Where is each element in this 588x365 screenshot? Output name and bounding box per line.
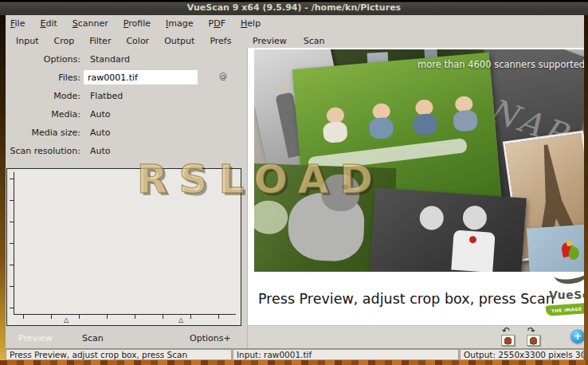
logo-tagline-brush: THE IMAGE IS IN xyxy=(546,301,584,316)
menu-bar: File Edit Scanner Profile Image PDF Help xyxy=(6,15,584,32)
logo-tagline: THE IMAGE IS IN xyxy=(551,305,584,313)
settings-panel: Options: Standard Files: @ Mode: Flatbed… xyxy=(6,50,247,160)
mode-label: Mode: xyxy=(6,91,80,101)
preview-pane: SNAP xyxy=(247,48,584,325)
scanner-count-banner: more than 4600 scanners supported xyxy=(417,59,584,70)
tab-crop[interactable]: Crop xyxy=(52,35,76,47)
logo-swoosh xyxy=(552,261,584,286)
options-value[interactable]: Standard xyxy=(80,54,130,65)
tab-preview[interactable]: Preview xyxy=(251,35,288,47)
tab-prefs[interactable]: Prefs xyxy=(208,35,233,47)
files-input[interactable] xyxy=(84,70,198,84)
tab-filter[interactable]: Filter xyxy=(88,35,112,47)
tab-scan[interactable]: Scan xyxy=(302,35,327,47)
menu-help[interactable]: Help xyxy=(238,17,263,30)
scan-resolution-label: Scan resolution: xyxy=(6,146,80,156)
options-plus-button[interactable]: Options+ xyxy=(187,332,233,344)
rotate-left-button[interactable]: ↶ xyxy=(499,328,518,347)
histogram-panel: △ △ xyxy=(6,168,241,326)
window-title: VueScan 9 x64 (9.5.94) - /home/kn/Pictur… xyxy=(187,2,401,13)
media-value[interactable]: Auto xyxy=(80,109,111,120)
photo-toddlers-bw xyxy=(369,188,527,272)
menu-image[interactable]: Image xyxy=(163,17,195,30)
menu-pdf[interactable]: PDF xyxy=(206,17,228,30)
scan-button[interactable]: Scan xyxy=(80,332,106,344)
tab-input[interactable]: Input xyxy=(14,35,40,47)
media-size-value[interactable]: Auto xyxy=(80,128,111,138)
media-size-row: Media size: Auto xyxy=(6,124,247,142)
status-input: Input: raw0001.tif xyxy=(233,349,459,360)
media-label: Media: xyxy=(6,109,80,120)
splash-collage-image: SNAP xyxy=(254,49,584,272)
histogram-y-ticks xyxy=(10,179,14,310)
preview-tab-bar: Preview Scan xyxy=(251,35,327,47)
mode-value[interactable]: Flatbed xyxy=(80,91,123,101)
media-size-label: Media size: xyxy=(6,128,80,138)
menu-file[interactable]: File xyxy=(8,17,27,30)
options-row: Options: Standard xyxy=(6,50,247,69)
vuescan-logo: VueScan THE IMAGE IS IN xyxy=(549,241,584,328)
menu-profile[interactable]: Profile xyxy=(121,17,153,30)
files-label: Files: xyxy=(6,73,80,83)
status-output: Output: 2550x3300 pixels 300 dpi 216x279… xyxy=(460,349,584,360)
status-message: Press Preview, adjust crop box, press Sc… xyxy=(6,349,232,360)
files-row: Files: @ xyxy=(6,69,247,87)
desktop-wallpaper-right xyxy=(584,15,588,365)
rotate-right-button[interactable]: ↷ xyxy=(524,328,543,347)
instruction-message: Press Preview, adjust crop box, press Sc… xyxy=(258,291,555,307)
desktop-wallpaper-bottom xyxy=(0,360,588,365)
options-label: Options: xyxy=(6,54,80,65)
mode-row: Mode: Flatbed xyxy=(6,87,247,105)
zoom-in-button[interactable]: + xyxy=(570,329,584,343)
window-title-bar[interactable]: VueScan 9 x64 (9.5.94) - /home/kn/Pictur… xyxy=(0,0,588,15)
black-point-marker[interactable]: △ xyxy=(64,317,69,324)
scan-resolution-row: Scan resolution: Auto xyxy=(6,142,247,160)
white-point-marker[interactable]: △ xyxy=(178,317,183,324)
settings-tab-bar: Input Crop Filter Color Output Prefs xyxy=(14,35,233,47)
tab-output[interactable]: Output xyxy=(163,35,196,47)
status-bar: Press Preview, adjust crop box, press Sc… xyxy=(6,348,584,360)
action-button-row: Preview Scan Options+ xyxy=(6,332,247,347)
logo-wordmark: VueScan xyxy=(549,288,584,301)
media-row: Media: Auto xyxy=(6,105,247,124)
at-icon[interactable]: @ xyxy=(219,72,227,80)
tab-color[interactable]: Color xyxy=(124,35,151,47)
preview-toolbar: ↶ ↷ + xyxy=(247,325,584,348)
histogram-y-axis xyxy=(14,172,14,314)
histogram-x-ticks xyxy=(23,315,238,319)
preview-button[interactable]: Preview xyxy=(16,332,55,344)
scan-resolution-value[interactable]: Auto xyxy=(80,146,111,156)
vuescan-window: File Edit Scanner Profile Image PDF Help… xyxy=(6,15,584,360)
desktop-wallpaper-left xyxy=(0,15,6,365)
menu-scanner[interactable]: Scanner xyxy=(70,17,111,30)
menu-edit[interactable]: Edit xyxy=(37,17,59,30)
